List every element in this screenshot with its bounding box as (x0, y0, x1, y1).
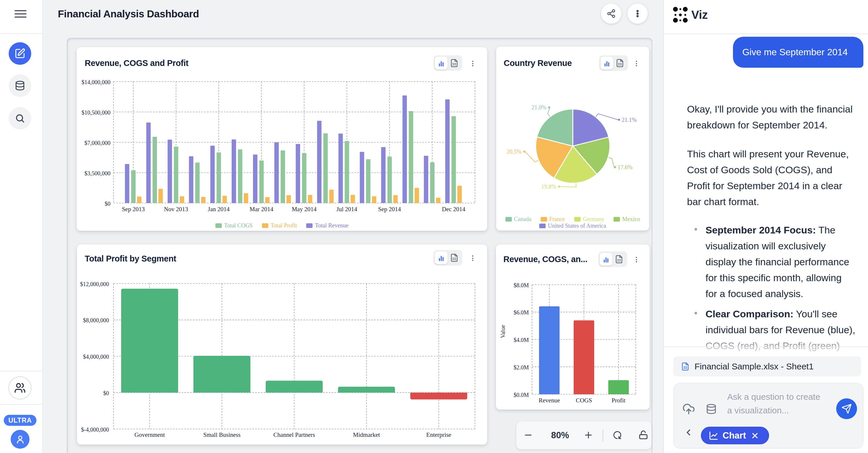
svg-text:Sep 2014: Sep 2014 (378, 206, 401, 213)
svg-text:Midmarket: Midmarket (353, 431, 380, 438)
svg-text:Jan 2014: Jan 2014 (208, 206, 230, 213)
svg-text:COGS: COGS (576, 397, 592, 404)
svg-text:$0: $0 (103, 390, 109, 396)
svg-text:$4.0M: $4.0M (514, 337, 529, 343)
svg-text:Revenue: Revenue (539, 397, 560, 404)
svg-text:21.0%: 21.0% (531, 104, 547, 111)
svg-text:$10,500,000: $10,500,000 (82, 109, 111, 116)
svg-text:$4,000,000: $4,000,000 (83, 354, 109, 360)
svg-text:Mar 2014: Mar 2014 (250, 206, 274, 213)
svg-text:$3,500,000: $3,500,000 (85, 170, 111, 177)
svg-text:21.1%: 21.1% (622, 117, 637, 123)
svg-text:Dec 2014: Dec 2014 (442, 206, 466, 213)
svg-text:$8,000,000: $8,000,000 (83, 317, 109, 324)
svg-text:20.5%: 20.5% (506, 148, 522, 155)
svg-text:$0: $0 (105, 201, 111, 207)
svg-text:Jul 2014: Jul 2014 (337, 206, 358, 213)
svg-text:$7,000,000: $7,000,000 (85, 140, 111, 146)
svg-text:19.8%: 19.8% (541, 183, 556, 190)
svg-text:Sep 2013: Sep 2013 (122, 206, 145, 213)
svg-text:$8.0M: $8.0M (514, 282, 529, 289)
svg-text:$14,000,000: $14,000,000 (82, 79, 111, 85)
svg-text:Profit: Profit (612, 397, 625, 404)
svg-text:Small Business: Small Business (203, 431, 241, 438)
svg-text:May 2014: May 2014 (292, 206, 317, 213)
svg-text:Channel Partners: Channel Partners (273, 431, 315, 438)
svg-text:$-4,000,000: $-4,000,000 (81, 426, 109, 433)
svg-text:17.6%: 17.6% (618, 164, 633, 171)
svg-text:Government: Government (134, 431, 165, 438)
svg-text:$2.0M: $2.0M (514, 364, 529, 370)
svg-text:$6.0M: $6.0M (514, 309, 529, 315)
svg-text:$12,000,000: $12,000,000 (80, 281, 109, 287)
svg-text:Enterprise: Enterprise (426, 431, 451, 438)
svg-text:$0.0M: $0.0M (514, 392, 529, 398)
svg-text:Nov 2013: Nov 2013 (164, 206, 188, 213)
svg-text:Value: Value (500, 325, 506, 338)
